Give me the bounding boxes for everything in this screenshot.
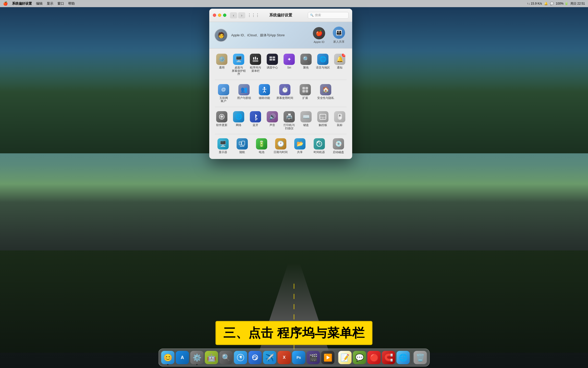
mission-icon	[267, 54, 278, 65]
pref-bluetooth[interactable]: 蓝牙	[247, 109, 264, 132]
pref-siri[interactable]: ✦ Siri	[281, 52, 298, 78]
pref-screentime[interactable]: ⏱️ 屏幕使用时间	[275, 82, 295, 105]
dock-separator-2	[412, 352, 412, 363]
svg-rect-15	[302, 90, 305, 93]
pref-mission[interactable]: 调度中心	[264, 52, 281, 78]
svg-rect-23	[242, 141, 245, 145]
family-label: 家人共享	[333, 40, 345, 44]
battery-icon: 🔋	[256, 138, 267, 150]
trackpad-icon	[317, 111, 328, 122]
pref-keyboard[interactable]: ⌨️ 键盘	[298, 109, 314, 132]
pref-sound[interactable]: 🔊 声音	[264, 109, 281, 132]
dock-xmind[interactable]: X	[278, 351, 291, 364]
sound-icon: 🔊	[267, 111, 278, 122]
dock-safari[interactable]	[234, 351, 247, 364]
appleid-icon: 🍎	[313, 27, 325, 39]
forward-button[interactable]: ›	[238, 12, 245, 18]
pref-timemachine[interactable]: 时间机器	[310, 136, 329, 156]
menubar-battery: 100% 🔋	[556, 2, 568, 5]
menubar-notification[interactable]: 🔔	[544, 2, 548, 5]
pref-datetime[interactable]: 🕐 日期与时间	[271, 136, 290, 156]
dock-photoshop[interactable]: Ps	[292, 351, 305, 364]
screentime-icon: ⏱️	[279, 84, 290, 95]
pref-users[interactable]: 👥 用户与群组	[234, 82, 254, 105]
back-button[interactable]: ‹	[230, 12, 237, 18]
search-icon: 🔍	[310, 14, 314, 17]
dock-telegram[interactable]: ✈️	[263, 351, 276, 364]
pref-dock[interactable]: 程序坞与菜单栏	[247, 52, 264, 78]
pref-trackpad[interactable]: 触控板	[314, 109, 331, 132]
notifications-label: 通知	[337, 66, 342, 69]
dock-notes[interactable]: 📝	[338, 351, 352, 364]
pref-extensions[interactable]: 扩展	[295, 82, 315, 105]
pref-sharing[interactable]: 📂 共享	[290, 136, 310, 156]
dock-fcpx[interactable]: ▶️	[321, 351, 335, 364]
menubar-window[interactable]: 窗口	[57, 1, 64, 6]
internet-icon: @	[218, 84, 229, 95]
pref-battery[interactable]: 🔋 电池	[252, 136, 271, 156]
pref-row-4: 🖥️ 显示器 随航 🔋 电池 🕐 日期与时间	[213, 136, 348, 156]
menubar-wechat-status[interactable]: 💬	[550, 2, 554, 5]
search-box[interactable]: 🔍 搜索	[308, 12, 349, 19]
caption-banner: 三、点击 程序坞与菜单栏	[215, 321, 372, 345]
pref-printers[interactable]: 🖨️ 打印机与扫描仪	[281, 109, 298, 132]
pref-network[interactable]: 🌐 网络	[230, 109, 247, 132]
pref-desktop[interactable]: 🖥️ 桌面与屏幕保护程序	[230, 52, 247, 78]
minimize-button[interactable]	[218, 14, 221, 17]
pref-startup[interactable]: 💿 启动磁盘	[329, 136, 348, 156]
svg-rect-16	[305, 90, 308, 93]
dock-syspref[interactable]: ⚙️	[190, 351, 204, 364]
pref-notifications[interactable]: 🔔 1 通知	[331, 52, 348, 78]
pref-sidecar[interactable]: 随航	[232, 136, 252, 156]
row-separator-3	[215, 134, 347, 134]
security-label: 安全性与隐私	[317, 96, 334, 100]
dock-edge[interactable]	[249, 351, 262, 364]
dock-android[interactable]: 🤖	[205, 351, 218, 364]
bluetooth-icon	[250, 111, 261, 122]
dock-wechat[interactable]: 💬	[353, 351, 366, 364]
pref-language[interactable]: 🌐 语言与地区	[314, 52, 331, 78]
dock-browser2[interactable]: 🌐	[397, 351, 410, 364]
pref-internet[interactable]: @ 互联网账户	[213, 82, 234, 105]
pref-software-update[interactable]: 软件更新	[213, 109, 230, 132]
appleid-banner[interactable]: 🧑 Apple ID、iCloud、媒体与App Store 🍎 Apple I…	[209, 22, 352, 49]
running-indicator-syspref	[196, 364, 198, 365]
pref-security[interactable]: 🏠 安全性与隐私	[315, 82, 336, 105]
svg-rect-14	[305, 87, 308, 89]
grid-button[interactable]: ⋮⋮⋮	[247, 13, 260, 18]
menubar-help[interactable]: 帮助	[68, 1, 75, 6]
sharing-icon: 📂	[294, 138, 305, 150]
pref-mouse[interactable]: 🖱️ 鼠标	[331, 109, 348, 132]
dock-msearch[interactable]: 🔍	[219, 351, 233, 364]
dock-appstore[interactable]: A	[176, 351, 189, 364]
pref-accessibility[interactable]: 辅助功能	[254, 82, 275, 105]
preferences-grid: ⚙️ 通用 🖥️ 桌面与屏幕保护程序 程序坞与菜单栏	[209, 49, 352, 159]
family-sharing-button[interactable]: 👨‍👩‍👧 家人共享	[331, 26, 347, 45]
keyboard-label: 键盘	[303, 123, 309, 127]
apple-logo-menu[interactable]: 🍎	[3, 1, 8, 6]
pref-displays[interactable]: 🖥️ 显示器	[213, 136, 232, 156]
finder-icon: 😊	[163, 353, 172, 362]
startup-label: 启动磁盘	[333, 151, 344, 154]
maximize-button[interactable]	[223, 14, 226, 17]
pref-spotlight[interactable]: 🔍 聚焦	[298, 52, 314, 78]
dock-finder[interactable]: 😊	[161, 351, 175, 364]
svg-rect-5	[273, 56, 275, 58]
menubar-app-name[interactable]: 系统偏好设置	[12, 1, 32, 6]
pref-row-2: @ 互联网账户 👥 用户与群组 辅助功能	[213, 82, 348, 105]
dock-davinci[interactable]: 🎬	[307, 351, 320, 364]
dock-magnet[interactable]: 🧲	[382, 351, 395, 364]
banner-text: Apple ID、iCloud、媒体与App Store	[231, 33, 307, 38]
row-separator-1	[215, 80, 347, 80]
dock-trash[interactable]: 🗑️	[414, 351, 427, 364]
pref-general[interactable]: ⚙️ 通用	[213, 52, 230, 78]
bluetooth-label: 蓝牙	[253, 123, 258, 127]
pref-row-1: ⚙️ 通用 🖥️ 桌面与屏幕保护程序 程序坞与菜单栏	[213, 52, 348, 78]
close-button[interactable]	[213, 14, 216, 17]
dock-appz[interactable]: 🔴	[368, 351, 381, 364]
svg-rect-3	[257, 58, 258, 60]
menubar-edit[interactable]: 编辑	[36, 1, 43, 6]
internet-label: 互联网账户	[219, 96, 228, 103]
menubar-display[interactable]: 显示	[47, 1, 53, 6]
appleid-right-button[interactable]: 🍎 Apple ID	[311, 26, 327, 44]
